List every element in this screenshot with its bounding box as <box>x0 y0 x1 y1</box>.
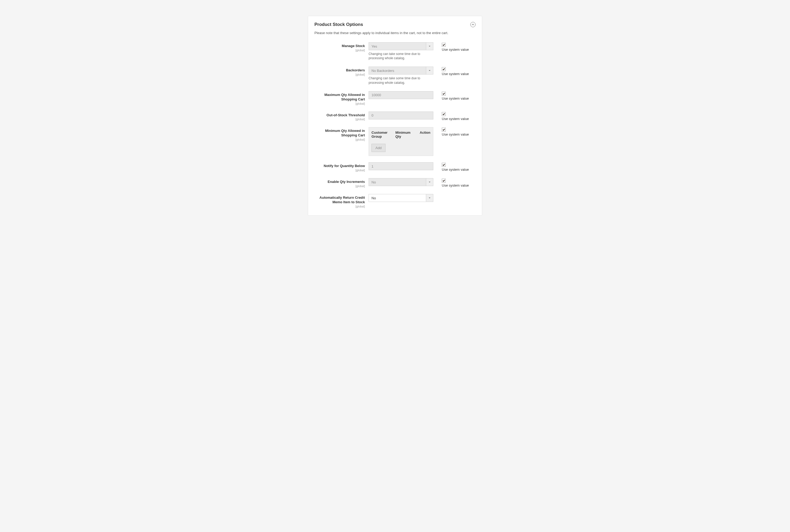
field-hint: Changing can take some time due to proce… <box>369 52 433 60</box>
check-icon <box>442 43 445 46</box>
use-system-checkbox[interactable] <box>442 92 446 96</box>
control-col: No Backorders Changing can take some tim… <box>369 66 433 84</box>
label-col: Manage Stock [global] <box>314 42 369 52</box>
notify-qty-input[interactable] <box>369 162 433 170</box>
check-icon <box>442 113 445 115</box>
use-system-checkbox[interactable] <box>442 179 446 183</box>
label-col: Maximum Qty Allowed in Shopping Cart [gl… <box>314 91 369 105</box>
use-system-checkbox[interactable] <box>442 112 446 116</box>
field-label: Automatically Return Credit Memo Item to… <box>320 195 365 204</box>
select-value: No <box>369 194 426 202</box>
use-system-col: Use system value <box>433 162 469 172</box>
field-label: Manage Stock <box>342 44 365 48</box>
field-return-credit-memo: Automatically Return Credit Memo Item to… <box>314 194 476 208</box>
panel-title: Product Stock Options <box>314 22 363 27</box>
use-system-label: Use system value <box>442 48 469 52</box>
scope-label: [global] <box>314 205 365 208</box>
panel-header: Product Stock Options <box>314 22 476 27</box>
field-manage-stock: Manage Stock [global] Yes Changing can t… <box>314 42 476 60</box>
use-system-checkbox[interactable] <box>442 163 446 167</box>
check-icon <box>442 179 445 182</box>
check-icon <box>442 128 445 131</box>
use-system-col <box>433 194 442 194</box>
col-customer-group: Customer Group <box>371 131 396 138</box>
field-notify-qty-below: Notify for Quantity Below [global] Use s… <box>314 162 476 172</box>
label-col: Backorders [global] <box>314 66 369 76</box>
out-of-stock-input[interactable] <box>369 112 433 119</box>
use-system-label: Use system value <box>442 72 469 76</box>
label-col: Minimum Qty Allowed in Shopping Cart [gl… <box>314 127 369 141</box>
control-col: Yes Changing can take some time due to p… <box>369 42 433 60</box>
add-button[interactable]: Add <box>371 144 385 152</box>
check-icon <box>442 163 445 166</box>
use-system-checkbox[interactable] <box>442 67 446 71</box>
chevron-up-icon <box>471 23 474 26</box>
scope-label: [global] <box>314 138 365 141</box>
scope-label: [global] <box>314 118 365 121</box>
control-col: No <box>369 194 433 202</box>
use-system-col: Use system value <box>433 112 469 121</box>
use-system-label: Use system value <box>442 168 469 172</box>
check-icon <box>442 92 445 95</box>
label-col: Out-of-Stock Threshold [global] <box>314 112 369 121</box>
scope-label: [global] <box>314 49 365 52</box>
use-system-label: Use system value <box>442 96 469 100</box>
panel-note: Please note that these settings apply to… <box>314 31 476 35</box>
field-max-qty: Maximum Qty Allowed in Shopping Cart [gl… <box>314 91 476 105</box>
max-qty-input[interactable] <box>369 91 433 99</box>
use-system-label: Use system value <box>442 117 469 121</box>
control-col <box>369 91 433 99</box>
label-col: Automatically Return Credit Memo Item to… <box>314 194 369 208</box>
use-system-label: Use system value <box>442 184 469 187</box>
label-col: Enable Qty Increments [global] <box>314 178 369 188</box>
use-system-checkbox[interactable] <box>442 43 446 47</box>
check-icon <box>442 68 445 71</box>
table-body: Add <box>369 141 433 156</box>
scope-label: [global] <box>314 102 365 105</box>
field-backorders: Backorders [global] No Backorders Changi… <box>314 66 476 84</box>
col-action: Action <box>416 131 430 138</box>
use-system-col: Use system value <box>433 178 469 187</box>
control-col <box>369 162 433 170</box>
min-qty-table: Customer Group Minimum Qty Action Add <box>369 127 433 156</box>
col-minimum-qty: Minimum Qty <box>396 131 416 138</box>
control-col: Customer Group Minimum Qty Action Add <box>369 127 433 156</box>
label-col: Notify for Quantity Below [global] <box>314 162 369 172</box>
scope-label: [global] <box>314 73 365 76</box>
field-label: Notify for Quantity Below <box>324 164 365 168</box>
field-label: Enable Qty Increments <box>328 180 365 184</box>
field-min-qty: Minimum Qty Allowed in Shopping Cart [gl… <box>314 127 476 156</box>
product-stock-options-panel: Product Stock Options Please note that t… <box>308 16 482 216</box>
manage-stock-select[interactable]: Yes <box>369 42 433 50</box>
control-col: No <box>369 178 433 186</box>
scope-label: [global] <box>314 169 365 172</box>
field-label: Maximum Qty Allowed in Shopping Cart <box>325 93 365 101</box>
use-system-label: Use system value <box>442 132 469 136</box>
chevron-down-icon <box>426 194 433 202</box>
use-system-col: Use system value <box>433 91 469 100</box>
control-col <box>369 112 433 119</box>
field-enable-qty-increments: Enable Qty Increments [global] No Use sy… <box>314 178 476 188</box>
chevron-down-icon <box>426 178 433 186</box>
qty-increments-select[interactable]: No <box>369 178 433 186</box>
field-hint: Changing can take some time due to proce… <box>369 76 433 84</box>
select-value: Yes <box>369 42 426 50</box>
select-value: No <box>369 178 426 186</box>
use-system-col: Use system value <box>433 127 469 136</box>
backorders-select[interactable]: No Backorders <box>369 66 433 75</box>
field-out-of-stock-threshold: Out-of-Stock Threshold [global] Use syst… <box>314 112 476 121</box>
use-system-checkbox[interactable] <box>442 128 446 132</box>
table-header: Customer Group Minimum Qty Action <box>369 127 433 141</box>
use-system-col: Use system value <box>433 66 469 76</box>
field-label: Backorders <box>346 68 365 72</box>
select-value: No Backorders <box>369 66 426 75</box>
chevron-down-icon <box>426 66 433 75</box>
chevron-down-icon <box>426 42 433 50</box>
use-system-col: Use system value <box>433 42 469 52</box>
field-label: Minimum Qty Allowed in Shopping Cart <box>325 129 365 137</box>
scope-label: [global] <box>314 185 365 188</box>
collapse-toggle[interactable] <box>470 22 476 27</box>
return-credit-select[interactable]: No <box>369 194 433 202</box>
field-label: Out-of-Stock Threshold <box>327 113 365 117</box>
